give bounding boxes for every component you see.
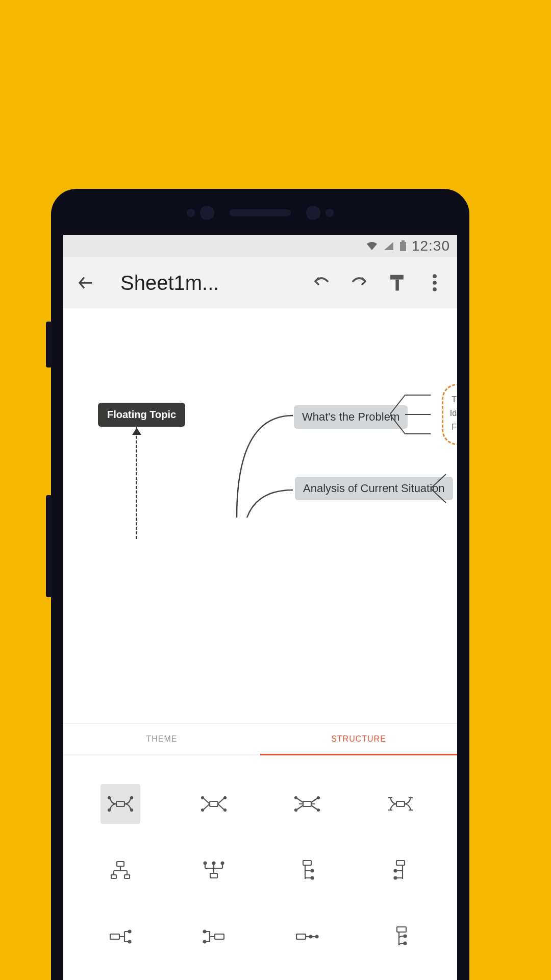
svg-point-21 [317, 809, 319, 811]
svg-point-47 [404, 942, 406, 945]
phone-side-button [46, 495, 52, 597]
svg-point-46 [404, 935, 406, 938]
more-button[interactable] [421, 270, 448, 296]
svg-rect-7 [116, 801, 124, 806]
topic-node[interactable]: Analysis of Current Situation [295, 477, 453, 500]
svg-rect-45 [397, 927, 406, 932]
screen: 12:30 Sheet1m... Floating Topic [63, 235, 457, 980]
svg-rect-2 [390, 275, 404, 280]
structure-option[interactable] [260, 837, 354, 903]
svg-rect-39 [215, 934, 224, 939]
redo-button[interactable] [346, 270, 372, 296]
svg-point-18 [295, 797, 297, 799]
svg-rect-30 [303, 861, 311, 865]
app-toolbar: Sheet1m... [63, 257, 457, 308]
dashed-connector [136, 427, 137, 539]
structure-option[interactable] [73, 837, 167, 903]
svg-rect-0 [402, 240, 405, 242]
svg-point-29 [221, 862, 223, 865]
svg-point-37 [128, 930, 131, 933]
branch-bracket [431, 472, 457, 507]
undo-button[interactable] [308, 270, 335, 296]
svg-point-6 [433, 287, 437, 291]
svg-rect-23 [117, 862, 124, 866]
mindmap-canvas[interactable]: Floating Topic What's the Problem Analys… [63, 308, 457, 723]
svg-point-20 [317, 797, 319, 799]
svg-point-35 [394, 877, 396, 879]
svg-point-4 [433, 274, 437, 278]
tab-theme[interactable]: THEME [63, 724, 260, 755]
svg-rect-1 [400, 242, 406, 251]
structure-option[interactable] [167, 837, 260, 903]
structure-option[interactable] [167, 970, 260, 980]
svg-point-15 [224, 797, 226, 799]
svg-point-19 [295, 809, 297, 811]
cell-signal-icon [383, 241, 394, 251]
svg-rect-42 [296, 934, 306, 939]
battery-icon [399, 240, 407, 252]
format-button[interactable] [384, 270, 410, 296]
svg-point-10 [131, 797, 133, 799]
svg-point-11 [131, 809, 133, 811]
structure-option[interactable] [73, 771, 167, 837]
svg-point-32 [311, 877, 313, 879]
svg-rect-17 [303, 801, 311, 806]
structure-option[interactable] [260, 903, 354, 970]
panel-tabs: THEME STRUCTURE [63, 724, 457, 755]
svg-rect-26 [210, 873, 217, 878]
svg-point-40 [203, 930, 206, 933]
svg-rect-36 [110, 934, 119, 939]
android-status-bar: 12:30 [63, 235, 457, 257]
phone-sensors [51, 205, 469, 220]
phone-side-button [46, 322, 52, 368]
svg-point-43 [309, 936, 312, 938]
connector-line [216, 405, 298, 518]
subtopic-fragment[interactable]: Th [452, 395, 457, 404]
svg-point-14 [202, 809, 204, 811]
svg-rect-22 [396, 801, 405, 806]
structure-option[interactable] [167, 903, 260, 970]
wifi-icon [366, 241, 378, 251]
structure-option[interactable] [354, 837, 447, 903]
structure-option[interactable] [354, 771, 447, 837]
structure-option[interactable] [167, 771, 260, 837]
subtopic-fragment[interactable]: Fir [452, 423, 457, 432]
svg-rect-33 [396, 861, 405, 865]
svg-rect-24 [111, 875, 116, 878]
structure-option[interactable] [73, 970, 167, 980]
structure-option[interactable] [354, 903, 447, 970]
svg-point-13 [202, 797, 204, 799]
svg-point-38 [128, 941, 131, 943]
svg-point-41 [203, 941, 206, 943]
svg-point-5 [433, 281, 437, 285]
svg-rect-25 [124, 875, 130, 878]
structure-option[interactable] [260, 970, 354, 980]
svg-point-31 [311, 870, 313, 872]
phone-frame: 12:30 Sheet1m... Floating Topic [51, 189, 469, 980]
svg-point-27 [204, 862, 206, 865]
svg-rect-12 [210, 801, 218, 806]
back-button[interactable] [72, 270, 99, 296]
svg-point-9 [108, 809, 110, 811]
subtopic-fragment[interactable]: Ide [450, 409, 457, 418]
branch-bracket [390, 393, 431, 444]
svg-point-16 [224, 809, 226, 811]
structure-option[interactable] [260, 771, 354, 837]
floating-topic-node[interactable]: Floating Topic [98, 403, 185, 427]
svg-point-28 [212, 862, 215, 865]
sheet-title[interactable]: Sheet1m... [120, 272, 297, 295]
svg-point-44 [315, 936, 318, 938]
tab-structure[interactable]: STRUCTURE [260, 724, 457, 755]
status-time: 12:30 [412, 238, 450, 254]
structure-option[interactable] [73, 903, 167, 970]
structure-grid [63, 755, 457, 980]
svg-rect-3 [395, 280, 398, 291]
svg-point-8 [108, 797, 110, 799]
structure-option[interactable] [354, 970, 447, 980]
format-panel: THEME STRUCTURE [63, 723, 457, 980]
svg-point-34 [394, 870, 396, 872]
